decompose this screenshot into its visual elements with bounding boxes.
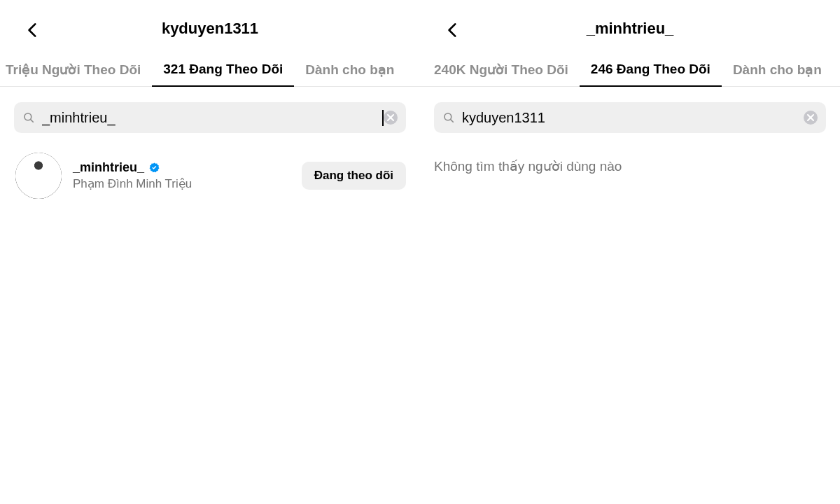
close-icon <box>807 114 814 121</box>
tab-followers[interactable]: Triệu Người Theo Dõi <box>1 52 152 86</box>
close-icon <box>387 114 394 121</box>
back-button[interactable] <box>444 21 462 39</box>
tabs: 240K Người Theo Dõi 246 Đang Theo Dõi Dà… <box>420 52 840 87</box>
back-button[interactable] <box>24 21 42 39</box>
tab-foryou[interactable]: Dành cho bạn <box>294 52 405 86</box>
page-title: kyduyen1311 <box>14 20 406 38</box>
clear-button[interactable] <box>384 111 398 125</box>
chevron-left-icon <box>24 21 42 39</box>
search-box[interactable] <box>434 102 826 133</box>
empty-message: Không tìm thấy người dùng nào <box>420 140 840 181</box>
search-container <box>0 87 420 140</box>
svg-line-5 <box>451 120 454 122</box>
tab-following[interactable]: 246 Đang Theo Dõi <box>580 52 722 87</box>
verified-badge-icon <box>148 162 160 174</box>
chevron-left-icon <box>444 21 462 39</box>
tab-followers[interactable]: 240K Người Theo Dõi <box>423 52 580 86</box>
tab-following[interactable]: 321 Đang Theo Dõi <box>152 52 294 87</box>
page-title: _minhtrieu_ <box>434 20 826 38</box>
clear-button[interactable] <box>804 111 818 125</box>
user-meta: _minhtrieu_ Phạm Đình Minh Triệu <box>73 160 302 191</box>
search-input[interactable] <box>462 110 804 126</box>
svg-point-0 <box>24 113 31 120</box>
pane-left: kyduyen1311 Triệu Người Theo Dõi 321 Đan… <box>0 0 420 504</box>
search-container <box>420 87 840 140</box>
tab-foryou[interactable]: Dành cho bạn <box>722 52 833 86</box>
header: _minhtrieu_ <box>420 20 840 52</box>
header: kyduyen1311 <box>0 20 420 52</box>
follow-button[interactable]: Đang theo dõi <box>302 162 406 190</box>
svg-point-4 <box>444 113 451 120</box>
pane-right: _minhtrieu_ 240K Người Theo Dõi 246 Đang… <box>420 0 840 504</box>
search-icon <box>442 111 455 124</box>
fullname: Phạm Đình Minh Triệu <box>73 176 302 191</box>
tabs: Triệu Người Theo Dõi 321 Đang Theo Dõi D… <box>0 52 420 87</box>
search-icon <box>22 111 35 124</box>
avatar <box>15 153 62 199</box>
list-item[interactable]: _minhtrieu_ Phạm Đình Minh Triệu Đang th… <box>0 140 420 206</box>
search-box[interactable] <box>14 102 406 133</box>
search-input[interactable] <box>42 110 384 126</box>
username: _minhtrieu_ <box>73 160 144 175</box>
svg-line-1 <box>31 120 34 122</box>
